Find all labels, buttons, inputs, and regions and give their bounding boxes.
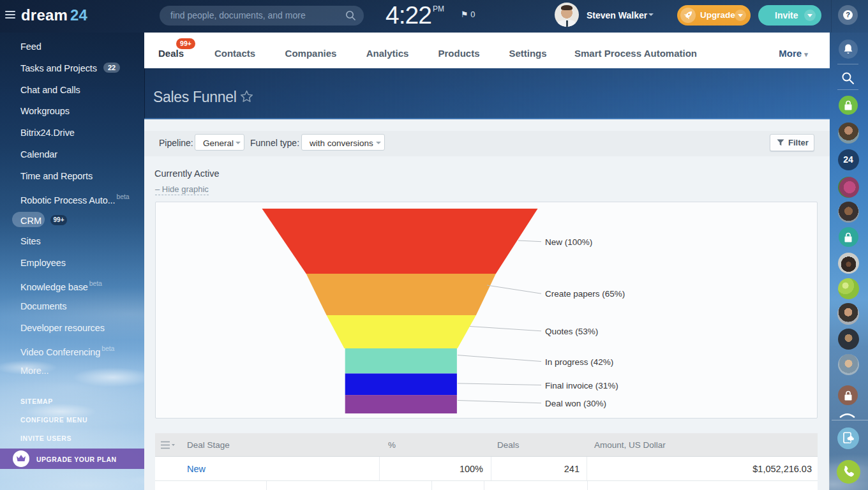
svg-text:New (100%): New (100%) — [545, 237, 592, 247]
svg-text:Final invoice (31%): Final invoice (31%) — [545, 381, 618, 390]
svg-text:Deal won (30%): Deal won (30%) — [545, 399, 606, 408]
svg-text:Create papers (65%): Create papers (65%) — [545, 289, 625, 299]
svg-text:In progress (42%): In progress (42%) — [545, 357, 613, 367]
svg-text:Quotes (53%): Quotes (53%) — [545, 327, 598, 336]
